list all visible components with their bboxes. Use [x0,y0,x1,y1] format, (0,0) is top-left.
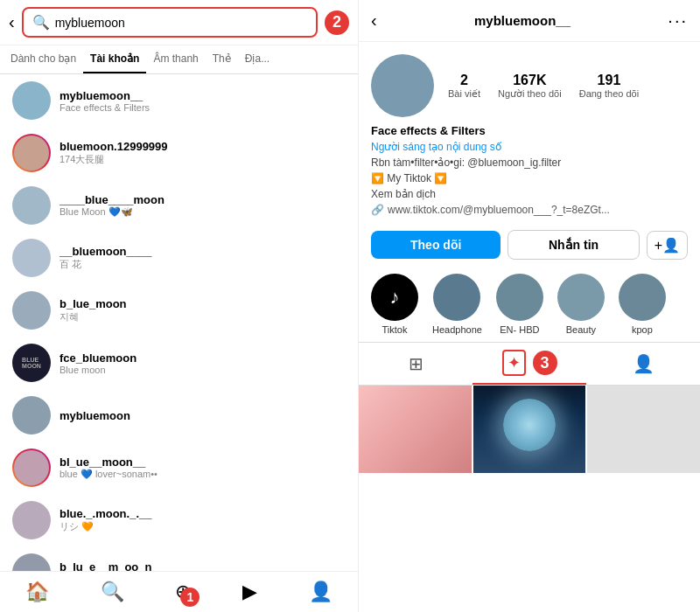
list-item[interactable]: mybluemoon__ Face effects & Filters [0,74,358,127]
highlight-label-beauty: Beauty [566,324,596,335]
account-sub: Face effects & Filters [60,102,346,113]
account-sub: リシ 🧡 [60,520,346,533]
profile-username: mybluemoon__ [474,13,570,28]
account-name: fce_bluemoon [60,351,346,365]
tab-dia[interactable]: Địa... [238,45,276,73]
more-options-icon[interactable]: ··· [668,10,688,31]
tab-collab[interactable]: ✦ 3 [472,343,586,385]
photo-grid [359,386,700,612]
profile-icon[interactable]: 👤 [309,581,332,603]
add-person-button[interactable]: +👤 [647,231,688,260]
account-name: bluemoon.12999999 [60,140,346,153]
add-icon[interactable]: ⊕ 1 [175,581,191,603]
kpop-circle [619,274,666,321]
account-name: __bluemoon____ [60,245,346,258]
follow-button[interactable]: Theo dõi [371,231,500,259]
right-panel: ‹ mybluemoon__ ··· 2 Bài viết 167K Người… [359,0,700,612]
photo-cell-2[interactable] [473,386,586,473]
highlight-label-hbd: EN- HBD [500,324,539,335]
bio-link[interactable]: 🔗 www.tiktok.com/@mybluemoon___?_t=8eZGt… [371,204,688,216]
following-label: Đang theo dõi [579,88,640,99]
list-item[interactable]: __bluemoon____ 百 花 [0,232,358,284]
moon-glow [503,399,556,451]
back-button-left[interactable]: ‹ [9,12,15,32]
stat-posts: 2 Bài viết [448,73,480,100]
bio-name: Face effects & Filters [371,124,688,137]
highlight-kpop[interactable]: kpop [619,274,666,335]
following-count: 191 [579,73,640,88]
action-buttons: Theo dõi Nhắn tin +👤 [359,223,700,267]
stat-following: 191 Đang theo dõi [579,73,640,100]
bio-link-text: www.tiktok.com/@mybluemoon___?_t=8eZGt..… [388,204,610,216]
account-sub: 지혜 [60,310,346,323]
photo-cell-3[interactable] [587,386,700,473]
list-item[interactable]: b_lu_e__m_oo_n_ VIXHWA 🍞 [0,546,358,571]
hbd-circle [496,274,543,321]
account-name: b_lue_moon [60,297,346,310]
tab-tagged[interactable]: 👤 [586,343,700,385]
list-item[interactable]: bluemoon.12999999 174大長腿 [0,127,358,179]
left-panel: ‹ 🔍 2 Dành cho bạn Tài khoản Âm thanh Th… [0,0,359,612]
tab-the[interactable]: Thẻ [206,45,238,73]
profile-stats: 2 Bài viết 167K Người theo dõi 191 Đang … [448,73,639,100]
avatar [12,449,51,487]
highlight-hbd[interactable]: EN- HBD [496,274,543,335]
list-item[interactable]: BLUEMOON fce_bluemoon Blue moon [0,337,358,389]
highlight-label-headphone: Headphone [432,324,482,335]
account-sub: blue 💙 lover~sonam•• [60,469,346,480]
profile-header-bar: ‹ mybluemoon__ ··· [359,0,700,42]
list-item[interactable]: ____blue____moon Blue Moon 💙🦋 [0,179,358,232]
list-item[interactable]: bl_ue__moon__ blue 💙 lover~sonam•• [0,442,358,494]
followers-count: 167K [498,73,562,88]
beauty-circle [557,274,605,321]
back-button-right[interactable]: ‹ [371,10,377,31]
search-tabs: Dành cho bạn Tài khoản Âm thanh Thẻ Địa.… [0,45,358,74]
tab-grid[interactable]: ⊞ [359,343,472,385]
highlight-label-tiktok: Tiktok [382,324,408,335]
home-icon[interactable]: 🏠 [25,581,49,603]
list-item[interactable]: mybluemoon [0,389,358,442]
avatar [12,134,51,172]
account-name: mybluemoon [60,409,346,422]
badge-2: 2 [325,10,349,35]
list-item[interactable]: blue._.moon._.__ リシ 🧡 [0,494,358,546]
bio-line2: Rbn tàm•filter•ảo•gi: @bluemoon_ig.filte… [371,155,688,170]
message-button[interactable]: Nhắn tin [508,230,639,260]
tab-tai-khoan[interactable]: Tài khoản [83,45,146,73]
avatar [12,396,51,435]
avatar [12,186,51,225]
badge-1: 1 [180,588,200,607]
avatar [12,501,51,539]
grid-icon: ⊞ [409,353,424,374]
highlight-beauty[interactable]: Beauty [557,274,605,335]
highlight-tiktok[interactable]: ♪ Tiktok [371,274,418,335]
video-icon[interactable]: ▶ [242,581,257,603]
list-item[interactable]: b_lue_moon 지혜 [0,284,358,337]
bio-line3: 🔽 My Tiktok 🔽 [371,170,688,186]
bottom-nav: 🏠 🔍 ⊕ 1 ▶ 👤 [0,571,358,612]
tab-danh-cho-ban[interactable]: Dành cho bạn [4,45,83,73]
headphone-circle [433,274,480,321]
profile-info-row: 2 Bài viết 167K Người theo dõi 191 Đang … [359,42,700,124]
account-name: b_lu_e__m_oo_n_ [60,560,346,571]
search-nav-icon[interactable]: 🔍 [101,581,124,603]
highlight-label-kpop: kpop [632,324,653,335]
account-sub: 174大長腿 [60,153,346,166]
search-bar-row: ‹ 🔍 2 [0,0,358,45]
profile-avatar [371,54,434,117]
avatar [12,239,51,277]
highlight-headphone[interactable]: Headphone [432,274,482,335]
posts-label: Bài viết [448,88,480,100]
tiktok-icon: ♪ [390,286,400,309]
tab-am-thanh[interactable]: Âm thanh [146,45,205,73]
tagged-icon: 👤 [633,353,654,374]
search-input[interactable] [55,16,307,30]
stat-followers: 167K Người theo dõi [498,73,562,100]
bio-translate[interactable]: Xem bản dịch [371,186,688,202]
bio-line1: Người sáng tạo nội dung số [371,139,688,155]
profile-bio: Face effects & Filters Người sáng tạo nộ… [359,124,700,223]
account-name: mybluemoon__ [60,89,346,102]
account-sub: Blue moon [60,365,346,375]
account-sub: Blue Moon 💙🦋 [60,206,346,218]
photo-cell-1[interactable] [359,386,472,473]
